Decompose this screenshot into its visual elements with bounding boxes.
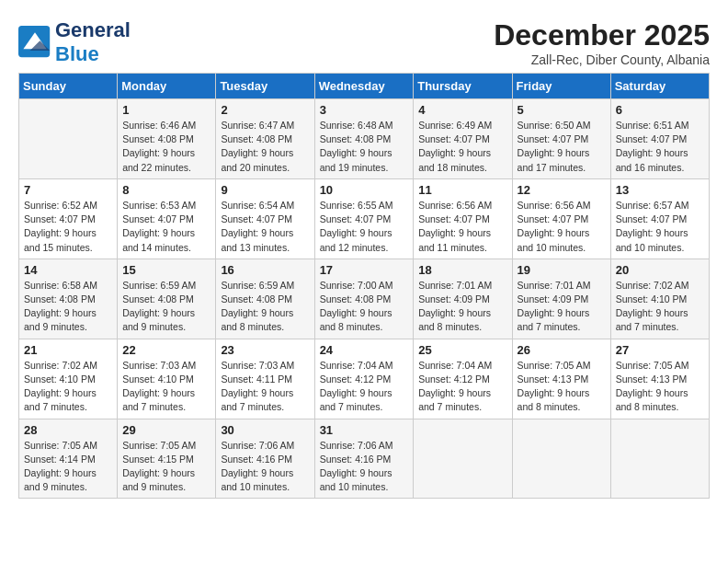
day-number: 3 [320, 103, 409, 117]
day-cell: 10Sunrise: 6:55 AMSunset: 4:07 PMDayligh… [314, 178, 414, 259]
day-info: Sunrise: 6:54 AMSunset: 4:07 PMDaylight:… [221, 199, 309, 255]
day-info: Sunrise: 7:02 AMSunset: 4:10 PMDaylight:… [616, 279, 704, 335]
day-info: Sunrise: 7:03 AMSunset: 4:10 PMDaylight:… [122, 359, 210, 415]
day-cell: 17Sunrise: 7:00 AMSunset: 4:08 PMDayligh… [314, 259, 414, 339]
day-info: Sunrise: 6:48 AMSunset: 4:08 PMDaylight:… [320, 119, 409, 175]
day-info: Sunrise: 7:04 AMSunset: 4:12 PMDaylight:… [418, 359, 506, 415]
day-cell: 9Sunrise: 6:54 AMSunset: 4:07 PMDaylight… [216, 178, 314, 259]
day-cell: 11Sunrise: 6:56 AMSunset: 4:07 PMDayligh… [414, 178, 512, 259]
header-sunday: Sunday [19, 74, 118, 99]
day-info: Sunrise: 7:01 AMSunset: 4:09 PMDaylight:… [518, 279, 606, 335]
day-info: Sunrise: 6:47 AMSunset: 4:08 PMDaylight:… [221, 119, 309, 175]
day-info: Sunrise: 6:59 AMSunset: 4:08 PMDaylight:… [221, 279, 309, 335]
day-cell: 7Sunrise: 6:52 AMSunset: 4:07 PMDaylight… [19, 178, 118, 259]
week-row-4: 28Sunrise: 7:05 AMSunset: 4:14 PMDayligh… [19, 419, 710, 499]
day-number: 5 [518, 103, 606, 117]
day-number: 31 [320, 423, 409, 437]
title-block: December 2025 Zall-Rec, Diber County, Al… [494, 18, 710, 67]
logo-general: General [55, 18, 131, 41]
day-info: Sunrise: 7:05 AMSunset: 4:14 PMDaylight:… [24, 439, 112, 495]
page-header: General Blue December 2025 Zall-Rec, Dib… [18, 18, 710, 67]
day-number: 29 [122, 423, 210, 437]
day-number: 14 [24, 263, 112, 277]
day-number: 10 [320, 183, 409, 197]
day-number: 27 [616, 343, 704, 357]
logo-icon [18, 26, 51, 59]
day-cell: 25Sunrise: 7:04 AMSunset: 4:12 PMDayligh… [414, 339, 512, 419]
day-number: 21 [24, 343, 112, 357]
day-info: Sunrise: 7:06 AMSunset: 4:16 PMDaylight:… [221, 439, 309, 495]
day-info: Sunrise: 7:06 AMSunset: 4:16 PMDaylight:… [320, 439, 409, 495]
day-cell: 21Sunrise: 7:02 AMSunset: 4:10 PMDayligh… [19, 339, 118, 419]
day-number: 22 [122, 343, 210, 357]
day-cell: 23Sunrise: 7:03 AMSunset: 4:11 PMDayligh… [216, 339, 314, 419]
day-number: 19 [518, 263, 606, 277]
day-info: Sunrise: 7:04 AMSunset: 4:12 PMDaylight:… [320, 359, 409, 415]
day-cell [414, 419, 512, 499]
day-info: Sunrise: 6:49 AMSunset: 4:07 PMDaylight:… [418, 119, 506, 175]
day-number: 7 [24, 183, 112, 197]
day-cell: 4Sunrise: 6:49 AMSunset: 4:07 PMDaylight… [414, 99, 512, 179]
calendar-table: SundayMondayTuesdayWednesdayThursdayFrid… [18, 73, 710, 499]
day-number: 28 [24, 423, 112, 437]
day-number: 15 [122, 263, 210, 277]
day-cell: 24Sunrise: 7:04 AMSunset: 4:12 PMDayligh… [314, 339, 414, 419]
logo: General Blue [18, 18, 131, 66]
day-cell: 28Sunrise: 7:05 AMSunset: 4:14 PMDayligh… [19, 419, 118, 499]
day-cell: 15Sunrise: 6:59 AMSunset: 4:08 PMDayligh… [118, 259, 216, 339]
header-tuesday: Tuesday [216, 74, 314, 99]
day-number: 26 [518, 343, 606, 357]
header-monday: Monday [118, 74, 216, 99]
day-number: 13 [616, 183, 704, 197]
day-cell: 31Sunrise: 7:06 AMSunset: 4:16 PMDayligh… [314, 419, 414, 499]
day-cell: 30Sunrise: 7:06 AMSunset: 4:16 PMDayligh… [216, 419, 314, 499]
day-number: 25 [418, 343, 506, 357]
day-info: Sunrise: 7:01 AMSunset: 4:09 PMDaylight:… [418, 279, 506, 335]
day-info: Sunrise: 7:00 AMSunset: 4:08 PMDaylight:… [320, 279, 409, 335]
day-number: 24 [320, 343, 409, 357]
day-cell: 2Sunrise: 6:47 AMSunset: 4:08 PMDaylight… [216, 99, 314, 179]
day-cell [512, 419, 610, 499]
day-cell: 13Sunrise: 6:57 AMSunset: 4:07 PMDayligh… [610, 178, 709, 259]
day-number: 18 [418, 263, 506, 277]
day-number: 2 [221, 103, 309, 117]
header-wednesday: Wednesday [314, 74, 414, 99]
day-info: Sunrise: 7:02 AMSunset: 4:10 PMDaylight:… [24, 359, 112, 415]
day-number: 17 [320, 263, 409, 277]
day-info: Sunrise: 6:53 AMSunset: 4:07 PMDaylight:… [122, 199, 210, 255]
day-cell: 20Sunrise: 7:02 AMSunset: 4:10 PMDayligh… [610, 259, 709, 339]
day-info: Sunrise: 6:57 AMSunset: 4:07 PMDaylight:… [616, 199, 704, 255]
header-thursday: Thursday [414, 74, 512, 99]
day-cell: 14Sunrise: 6:58 AMSunset: 4:08 PMDayligh… [19, 259, 118, 339]
logo-blue: Blue [55, 42, 99, 65]
calendar-header: SundayMondayTuesdayWednesdayThursdayFrid… [19, 74, 710, 99]
day-info: Sunrise: 6:50 AMSunset: 4:07 PMDaylight:… [518, 119, 606, 175]
header-friday: Friday [512, 74, 610, 99]
day-cell: 8Sunrise: 6:53 AMSunset: 4:07 PMDaylight… [118, 178, 216, 259]
day-cell: 29Sunrise: 7:05 AMSunset: 4:15 PMDayligh… [118, 419, 216, 499]
header-saturday: Saturday [610, 74, 709, 99]
location: Zall-Rec, Diber County, Albania [494, 52, 710, 67]
day-info: Sunrise: 6:58 AMSunset: 4:08 PMDaylight:… [24, 279, 112, 335]
header-row: SundayMondayTuesdayWednesdayThursdayFrid… [19, 74, 710, 99]
day-number: 11 [418, 183, 506, 197]
day-number: 6 [616, 103, 704, 117]
day-cell: 26Sunrise: 7:05 AMSunset: 4:13 PMDayligh… [512, 339, 610, 419]
day-number: 23 [221, 343, 309, 357]
day-info: Sunrise: 6:52 AMSunset: 4:07 PMDaylight:… [24, 199, 112, 255]
day-cell [610, 419, 709, 499]
month-title: December 2025 [494, 18, 710, 52]
day-number: 30 [221, 423, 309, 437]
day-number: 12 [518, 183, 606, 197]
day-number: 1 [122, 103, 210, 117]
week-row-0: 1Sunrise: 6:46 AMSunset: 4:08 PMDaylight… [19, 99, 710, 179]
day-info: Sunrise: 7:05 AMSunset: 4:13 PMDaylight:… [518, 359, 606, 415]
day-info: Sunrise: 6:56 AMSunset: 4:07 PMDaylight:… [518, 199, 606, 255]
day-info: Sunrise: 7:05 AMSunset: 4:15 PMDaylight:… [122, 439, 210, 495]
week-row-1: 7Sunrise: 6:52 AMSunset: 4:07 PMDaylight… [19, 178, 710, 259]
day-info: Sunrise: 6:55 AMSunset: 4:07 PMDaylight:… [320, 199, 409, 255]
week-row-3: 21Sunrise: 7:02 AMSunset: 4:10 PMDayligh… [19, 339, 710, 419]
day-number: 9 [221, 183, 309, 197]
day-info: Sunrise: 6:59 AMSunset: 4:08 PMDaylight:… [122, 279, 210, 335]
day-number: 16 [221, 263, 309, 277]
